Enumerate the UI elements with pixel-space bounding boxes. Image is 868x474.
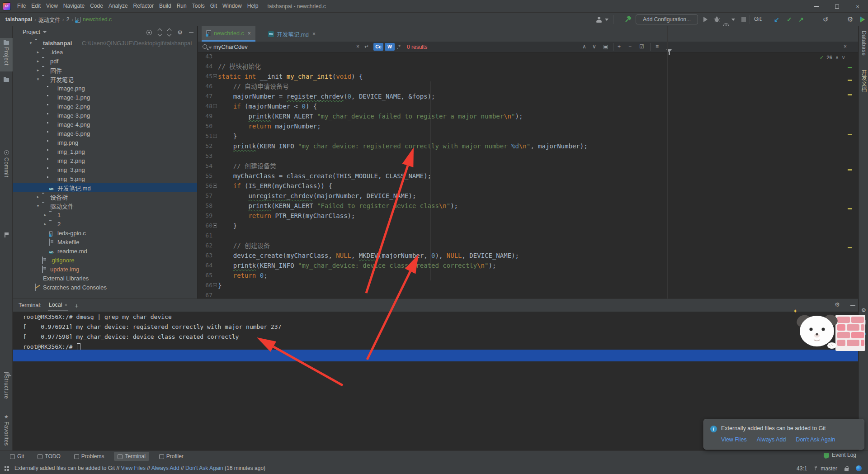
status-message[interactable]: Externally added files can be added to G… xyxy=(14,465,265,471)
tree-item-External Libraries[interactable]: External Libraries xyxy=(13,274,197,283)
tree-item-pdf[interactable]: ▸pdf xyxy=(13,57,197,66)
next-inspection-icon[interactable]: ∨ xyxy=(842,54,845,61)
chevron-right-icon[interactable]: ▸ xyxy=(36,59,40,63)
fold-marker[interactable] xyxy=(213,104,217,108)
git-update-icon[interactable]: ↙ xyxy=(774,16,779,23)
fold-marker[interactable] xyxy=(213,134,217,138)
preserve-case-icon[interactable]: ☑ xyxy=(639,43,644,50)
caret-position[interactable]: 43:1 xyxy=(797,465,807,472)
notification-action-view-files[interactable]: View Files xyxy=(721,436,747,443)
tree-item-.idea[interactable]: ▸.idea xyxy=(13,47,197,57)
code-with-me-icon[interactable] xyxy=(856,465,862,471)
search-input[interactable]: myCharCdev xyxy=(213,43,248,50)
words-toggle[interactable]: W xyxy=(385,43,395,51)
terminal-tab-close-icon[interactable]: × xyxy=(65,302,67,308)
locate-file-icon[interactable] xyxy=(146,30,152,35)
fold-marker[interactable] xyxy=(213,184,217,188)
build-hammer-icon[interactable] xyxy=(625,16,632,23)
git-push-icon[interactable]: ↗ xyxy=(798,16,804,23)
clear-search-icon[interactable]: × xyxy=(356,43,359,50)
tree-item-image-4.png[interactable]: image-4.png xyxy=(13,120,197,129)
ide-features-icon[interactable] xyxy=(859,16,866,23)
menu-refactor[interactable]: Refactor xyxy=(131,0,156,12)
tree-item-驱动文件[interactable]: ▾驱动文件 xyxy=(13,201,197,210)
breadcrumb-item[interactable]: 驱动文件 xyxy=(38,16,60,24)
minimize-button[interactable] xyxy=(806,0,826,13)
debug-bug-icon[interactable] xyxy=(713,16,720,23)
status-link[interactable]: View Files xyxy=(121,465,145,471)
chevron-down-icon[interactable]: ▾ xyxy=(28,41,33,45)
menu-run[interactable]: Run xyxy=(174,0,189,12)
close-button[interactable]: × xyxy=(847,0,868,13)
notification-action-don-t-ask-again[interactable]: Don't Ask Again xyxy=(796,436,835,443)
new-terminal-session-icon[interactable]: + xyxy=(75,302,79,309)
hide-panel-icon[interactable] xyxy=(189,32,193,33)
tool-window-switcher-icon[interactable] xyxy=(5,466,6,468)
tree-item-设备树[interactable]: ▸设备树 xyxy=(13,192,197,201)
tab-close-icon[interactable]: × xyxy=(312,31,316,37)
chevron-right-icon[interactable]: ▸ xyxy=(36,68,40,72)
prev-occurrence-icon[interactable]: ∧ xyxy=(582,43,586,50)
chevron-right-icon[interactable]: ▸ xyxy=(36,50,40,54)
stripe-structure-button[interactable]: Structure xyxy=(0,369,13,407)
chevron-right-icon[interactable]: ▸ xyxy=(36,194,40,199)
git-branch-widget[interactable]: master xyxy=(814,465,837,472)
status-link[interactable]: Always Add xyxy=(151,465,179,471)
tree-item-1[interactable]: ▸1 xyxy=(13,210,197,219)
stripe-bookmark-button[interactable] xyxy=(0,230,13,241)
tool-window-button-profiler[interactable]: Profiler xyxy=(156,452,187,461)
tree-item-readme.md[interactable]: MDreadme.md xyxy=(13,246,197,256)
select-all-occurrences-icon[interactable]: ▣ xyxy=(603,43,608,50)
remove-occurrence-icon[interactable]: − xyxy=(628,43,632,50)
status-link[interactable]: Don't Ask Again xyxy=(185,465,223,471)
stripe-commit-button[interactable]: Commit xyxy=(0,147,13,182)
restore-button[interactable] xyxy=(826,0,847,13)
newline-search-icon[interactable]: ↵ xyxy=(364,43,369,50)
tool-window-button-git[interactable]: Git xyxy=(6,452,28,461)
chevron-down-icon[interactable]: ▾ xyxy=(36,204,40,208)
tree-item-image-2.png[interactable]: image-2.png xyxy=(13,102,197,111)
expand-all-icon[interactable] xyxy=(158,29,161,36)
readonly-lock-icon[interactable] xyxy=(844,468,849,471)
tree-item-image-1.png[interactable]: image-1.png xyxy=(13,93,197,102)
tool-window-button-problems[interactable]: Problems xyxy=(71,452,108,461)
match-case-toggle[interactable]: Cc xyxy=(373,43,383,51)
notification-action-always-add[interactable]: Always Add xyxy=(757,436,786,443)
tree-item-2[interactable]: ▸2 xyxy=(13,219,197,228)
tree-item-image-3.png[interactable]: image-3.png xyxy=(13,111,197,120)
menu-file[interactable]: File xyxy=(14,0,28,12)
event-log-button[interactable]: Event Log xyxy=(824,452,856,458)
project-view-dropdown-icon[interactable] xyxy=(43,31,47,33)
terminal-tab-local[interactable]: Local× xyxy=(48,300,68,311)
tree-item-固件[interactable]: ▸固件 xyxy=(13,66,197,75)
close-find-bar-icon[interactable]: × xyxy=(844,43,847,50)
add-configuration-button[interactable]: Add Configuration... xyxy=(636,14,698,24)
tree-item-.gitignore[interactable]: .gitignore xyxy=(13,256,197,265)
stripe-project-button[interactable]: Project xyxy=(0,38,13,71)
tree-item-img_1.png[interactable]: img_1.png xyxy=(13,147,197,156)
user-dropdown-icon[interactable] xyxy=(605,19,609,21)
regex-toggle[interactable]: .* xyxy=(397,44,401,50)
add-occurrence-icon[interactable]: + xyxy=(618,43,621,50)
menu-build[interactable]: Build xyxy=(156,0,174,12)
editor-tab-newchrled.c[interactable]: cnewchrled.c× xyxy=(202,26,255,42)
chevron-right-icon[interactable]: ▸ xyxy=(43,222,47,226)
chevron-right-icon[interactable]: ▸ xyxy=(43,213,47,217)
tree-item-img.png[interactable]: img.png xyxy=(13,138,197,147)
menu-code[interactable]: Code xyxy=(87,0,106,12)
breadcrumb-item[interactable]: newchrled.c xyxy=(83,16,112,23)
menu-help[interactable]: Help xyxy=(245,0,261,12)
tool-window-button-todo[interactable]: TODO xyxy=(34,452,64,461)
fold-marker[interactable] xyxy=(213,74,217,78)
stripe-database-button[interactable]: Database xyxy=(859,31,868,56)
tree-item-image-5.png[interactable]: image-5.png xyxy=(13,129,197,138)
stripe-favorites-button[interactable]: ★ Favorites xyxy=(0,412,13,450)
fold-marker[interactable] xyxy=(213,223,217,228)
panel-settings-gear-icon[interactable]: ⚙ xyxy=(177,29,183,35)
git-commit-check-icon[interactable]: ✓ xyxy=(787,16,792,23)
next-occurrence-icon[interactable]: ∨ xyxy=(592,43,596,50)
collapse-all-icon[interactable] xyxy=(168,29,171,36)
menu-edit[interactable]: Edit xyxy=(28,0,43,12)
menu-analyze[interactable]: Analyze xyxy=(106,0,131,12)
menu-view[interactable]: View xyxy=(43,0,61,12)
